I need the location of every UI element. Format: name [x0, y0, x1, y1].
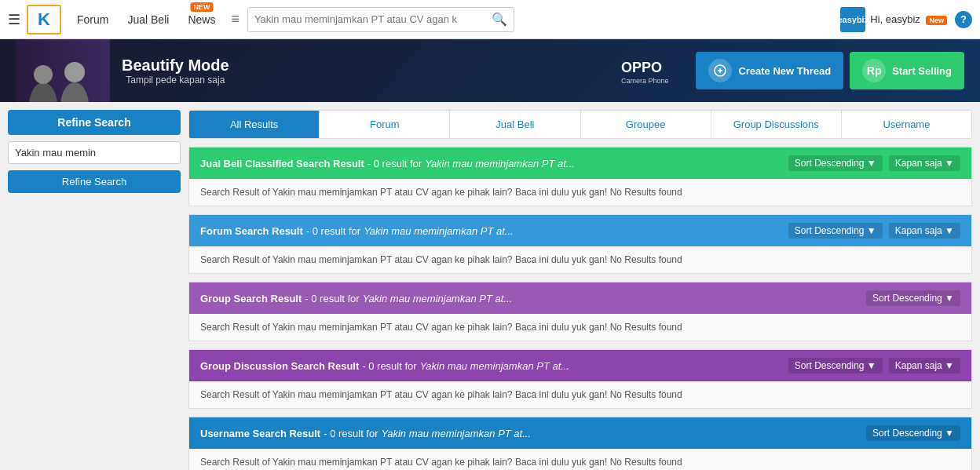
sort-button-username[interactable]: Sort Descending ▼ — [866, 425, 960, 441]
user-avatar-area: easybiz Hi, easybiz New — [840, 7, 947, 32]
news-badge: NEW — [190, 2, 213, 12]
banner-title: Beautify Mode — [122, 56, 229, 75]
result-body-forum: Search Result of Yakin mau meminjamkan P… — [189, 246, 971, 273]
result-header-right-group-discussion: Sort Descending ▼Kapan saja ▼ — [788, 358, 960, 373]
result-query-group: Yakin mau meminjamkan PT at... — [363, 293, 513, 304]
result-body-group: Search Result of Yakin mau meminjamkan P… — [189, 314, 971, 341]
search-button[interactable]: 🔍 — [492, 12, 507, 27]
result-header-right-jual-beli: Sort Descending ▼Kapan saja ▼ — [788, 155, 960, 171]
main-container: Refine Search Refine Search All Results … — [0, 102, 980, 470]
result-title-forum: Forum Search Result — [200, 225, 303, 237]
result-query-forum: Yakin mau meminjamkan PT at... — [364, 225, 514, 237]
result-body-username: Search Result of Yakin mau meminjamkan P… — [189, 449, 971, 470]
banner: Beautify Mode Tampil pede kapan saja OPP… — [0, 39, 980, 102]
sort-button-group-discussion[interactable]: Sort Descending ▼ — [788, 358, 883, 373]
result-query-username: Yakin mau meminjamkan PT at... — [382, 428, 532, 439]
svg-text:Camera Phone: Camera Phone — [621, 77, 669, 85]
result-section-group: Group Search Result - 0 result for Yakin… — [188, 282, 972, 341]
header-right: easybiz Hi, easybiz New ? — [840, 7, 972, 32]
help-icon[interactable]: ? — [955, 11, 972, 28]
sidebar-search-input[interactable] — [8, 141, 181, 164]
logo-letter: K — [38, 9, 50, 30]
start-selling-button[interactable]: Rp Start Selling — [850, 52, 964, 89]
sidebar: Refine Search Refine Search — [8, 110, 181, 470]
result-title-jual-beli: Jual Beli Classified Search Result — [200, 158, 364, 169]
result-section-jual-beli: Jual Beli Classified Search Result - 0 r… — [188, 147, 972, 206]
result-header-left-group-discussion: Group Discussion Search Result - 0 resul… — [200, 360, 569, 372]
nav-forum[interactable]: Forum — [77, 13, 108, 26]
menu-icon-btn[interactable]: ≡ — [231, 11, 240, 27]
result-section-username: Username Search Result - 0 result for Ya… — [188, 417, 972, 470]
refine-search-top-button[interactable]: Refine Search — [8, 110, 181, 135]
result-header-left-username: Username Search Result - 0 result for Ya… — [200, 428, 531, 439]
result-header-right-forum: Sort Descending ▼Kapan saja ▼ — [788, 223, 960, 239]
sidebar-refine-button[interactable]: Refine Search — [8, 170, 181, 193]
extra-filter-group-discussion[interactable]: Kapan saja ▼ — [889, 358, 960, 373]
results-container: Jual Beli Classified Search Result - 0 r… — [188, 147, 972, 470]
hamburger-icon[interactable]: ☰ — [8, 11, 20, 28]
result-title-group: Group Search Result — [200, 293, 302, 304]
sort-button-group[interactable]: Sort Descending ▼ — [866, 290, 960, 306]
logo-box[interactable]: K — [27, 5, 61, 35]
banner-subtitle: Tampil pede kapan saja — [122, 75, 229, 86]
result-count-forum: - 0 result for — [306, 225, 360, 237]
search-bar: 🔍 — [247, 7, 514, 32]
banner-right: OPPO Camera Phone Create New Thread Rp — [617, 50, 964, 92]
svg-rect-0 — [16, 39, 110, 102]
result-body-group-discussion: Search Result of Yakin mau meminjamkan P… — [189, 381, 971, 408]
result-section-forum: Forum Search Result - 0 result for Yakin… — [188, 214, 972, 274]
result-header-left-jual-beli: Jual Beli Classified Search Result - 0 r… — [200, 158, 575, 169]
result-section-group-discussion: Group Discussion Search Result - 0 resul… — [188, 349, 972, 409]
nav-links: Forum Jual Beli NEW News — [77, 13, 215, 26]
result-header-right-username: Sort Descending ▼ — [866, 425, 960, 441]
hi-text: Hi, easybiz New — [870, 13, 947, 25]
user-new-badge: New — [926, 16, 947, 25]
sort-button-forum[interactable]: Sort Descending ▼ — [788, 223, 883, 239]
result-count-group-discussion: - 0 result for — [362, 360, 416, 372]
nav-news[interactable]: NEW News — [188, 13, 215, 26]
extra-filter-jual-beli[interactable]: Kapan saja ▼ — [889, 155, 960, 171]
extra-filter-forum[interactable]: Kapan saja ▼ — [889, 223, 960, 239]
svg-text:OPPO: OPPO — [621, 60, 662, 75]
result-header-right-group: Sort Descending ▼ — [866, 290, 960, 306]
result-count-username: - 0 result for — [324, 428, 378, 439]
svg-point-4 — [64, 62, 85, 82]
sort-button-jual-beli[interactable]: Sort Descending ▼ — [788, 155, 883, 171]
avatar: easybiz — [840, 7, 865, 32]
search-input[interactable] — [254, 13, 488, 25]
result-header-left-group: Group Search Result - 0 result for Yakin… — [200, 293, 512, 304]
create-thread-label: Create New Thread — [738, 65, 831, 77]
svg-point-2 — [34, 65, 53, 84]
result-count-group: - 0 result for — [305, 293, 359, 304]
result-body-jual-beli: Search Result of Yakin mau meminjamkan P… — [189, 179, 971, 206]
start-selling-label: Start Selling — [892, 65, 952, 77]
header: ☰ K Forum Jual Beli NEW News ≡ 🔍 easybiz… — [0, 0, 980, 39]
tabs-bar: All Results Forum Jual Beli Groupee Grou… — [188, 110, 972, 139]
sell-icon: Rp — [862, 59, 886, 82]
tab-username[interactable]: Username — [842, 111, 971, 138]
tab-groupee[interactable]: Groupee — [581, 111, 711, 138]
create-thread-button[interactable]: Create New Thread — [696, 52, 843, 89]
tab-jual-beli[interactable]: Jual Beli — [450, 111, 580, 138]
create-icon — [708, 59, 732, 82]
tab-all-results[interactable]: All Results — [189, 111, 320, 138]
banner-image — [16, 39, 110, 102]
content-area: All Results Forum Jual Beli Groupee Grou… — [188, 110, 972, 470]
result-title-group-discussion: Group Discussion Search Result — [200, 360, 359, 372]
result-title-username: Username Search Result — [200, 428, 320, 439]
nav-jual-beli[interactable]: Jual Beli — [127, 13, 169, 26]
tab-forum[interactable]: Forum — [320, 111, 450, 138]
result-header-left-forum: Forum Search Result - 0 result for Yakin… — [200, 225, 514, 237]
result-count-jual-beli: - 0 result for — [368, 158, 422, 169]
banner-left: Beautify Mode Tampil pede kapan saja — [16, 39, 229, 102]
result-query-group-discussion: Yakin mau meminjamkan PT at... — [420, 360, 570, 372]
tab-group-discussions[interactable]: Group Discussions — [711, 111, 842, 138]
result-query-jual-beli: Yakin mau meminjamkan PT at... — [425, 158, 575, 169]
banner-text: Beautify Mode Tampil pede kapan saja — [122, 56, 229, 86]
